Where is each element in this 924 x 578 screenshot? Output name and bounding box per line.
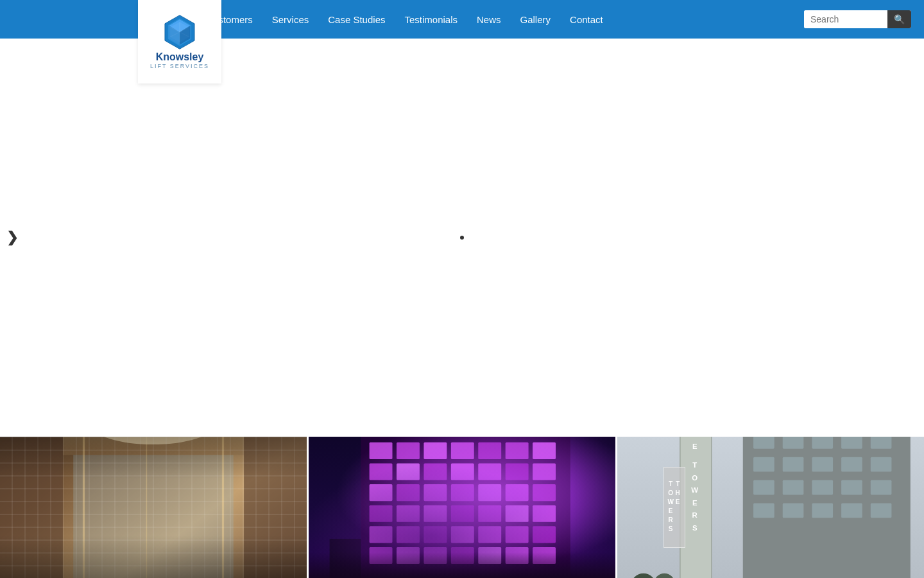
nav-case-studies[interactable]: Case Studies	[320, 10, 393, 29]
svg-rect-55	[506, 526, 529, 543]
svg-rect-59	[424, 547, 447, 564]
logo[interactable]: Knowsley LIFT SERVICES	[150, 14, 209, 69]
hero-section: ❯	[0, 39, 924, 437]
svg-rect-34	[506, 463, 529, 480]
svg-rect-68	[753, 437, 774, 449]
svg-rect-58	[397, 547, 420, 564]
svg-rect-42	[533, 484, 556, 501]
svg-rect-33	[478, 463, 501, 480]
svg-rect-26	[478, 442, 501, 459]
hero-next-arrow[interactable]: ❯	[6, 229, 18, 246]
svg-rect-45	[424, 505, 447, 522]
svg-rect-80	[812, 480, 833, 495]
svg-rect-21	[361, 437, 570, 578]
svg-rect-70	[812, 437, 833, 449]
gallery-section: T H E T O W E R S	[0, 437, 924, 578]
svg-rect-77	[871, 457, 892, 472]
svg-rect-81	[841, 480, 862, 495]
towers-building-image: T H E T O W E R S	[617, 437, 924, 578]
svg-rect-83	[753, 503, 774, 518]
main-nav: About Customers Services Case Studies Te…	[154, 10, 804, 29]
svg-rect-43	[370, 505, 393, 522]
svg-rect-72	[871, 437, 892, 449]
gallery-item-lift[interactable]	[0, 437, 307, 578]
svg-rect-12	[244, 437, 307, 578]
gallery-item-towers[interactable]: T H E T O W E R S	[615, 437, 924, 578]
svg-rect-61	[478, 547, 501, 564]
svg-rect-23	[397, 442, 420, 459]
svg-rect-24	[424, 442, 447, 459]
svg-rect-44	[397, 505, 420, 522]
svg-rect-52	[424, 526, 447, 543]
svg-rect-30	[397, 463, 420, 480]
svg-rect-71	[841, 437, 862, 449]
svg-rect-22	[370, 442, 393, 459]
logo-company-name: Knowsley	[156, 51, 204, 63]
nav-services[interactable]: Services	[264, 10, 317, 29]
nav-gallery[interactable]: Gallery	[513, 10, 559, 29]
search-input[interactable]	[804, 10, 887, 28]
svg-rect-10	[63, 437, 244, 455]
svg-rect-27	[506, 442, 529, 459]
svg-rect-32	[451, 463, 474, 480]
svg-rect-37	[397, 484, 420, 501]
svg-text:H: H	[692, 437, 700, 437]
svg-rect-78	[753, 480, 774, 495]
svg-rect-53	[451, 526, 474, 543]
svg-text:S: S	[692, 524, 699, 532]
svg-rect-84	[783, 503, 804, 518]
illuminated-building-image	[309, 437, 615, 578]
header: Knowsley LIFT SERVICES About Customers S…	[0, 0, 924, 39]
svg-rect-75	[812, 457, 833, 472]
svg-rect-60	[451, 547, 474, 564]
svg-rect-86	[841, 503, 862, 518]
svg-rect-65	[330, 539, 361, 578]
svg-rect-87	[871, 503, 892, 518]
svg-rect-73	[753, 457, 774, 472]
svg-rect-36	[370, 484, 393, 501]
svg-rect-28	[533, 442, 556, 459]
svg-point-17	[90, 437, 216, 444]
svg-text:W: W	[691, 486, 700, 494]
svg-rect-13	[73, 455, 234, 578]
svg-rect-51	[397, 526, 420, 543]
svg-rect-82	[871, 480, 892, 495]
svg-rect-63	[533, 547, 556, 564]
logo-company-sub: LIFT SERVICES	[150, 63, 209, 69]
nav-testimonials[interactable]: Testimonials	[397, 10, 465, 29]
svg-text:R: R	[692, 511, 700, 519]
svg-rect-62	[506, 547, 529, 564]
svg-text:O: O	[692, 474, 699, 482]
svg-rect-57	[370, 547, 393, 564]
search-bar: 🔍	[804, 10, 911, 28]
svg-rect-9	[0, 437, 307, 578]
svg-rect-48	[506, 505, 529, 522]
svg-rect-25	[451, 442, 474, 459]
svg-rect-31	[424, 463, 447, 480]
svg-rect-74	[783, 457, 804, 472]
nav-contact[interactable]: Contact	[562, 10, 611, 29]
svg-rect-50	[370, 526, 393, 543]
logo-icon	[164, 14, 196, 50]
svg-text:E: E	[692, 442, 699, 450]
svg-text:T: T	[692, 461, 699, 469]
svg-rect-40	[478, 484, 501, 501]
search-icon: 🔍	[894, 14, 905, 24]
svg-rect-54	[478, 526, 501, 543]
gallery-item-building[interactable]	[307, 437, 615, 578]
svg-rect-76	[841, 457, 862, 472]
svg-rect-49	[533, 505, 556, 522]
svg-rect-85	[812, 503, 833, 518]
svg-rect-38	[424, 484, 447, 501]
svg-rect-35	[533, 463, 556, 480]
search-button[interactable]: 🔍	[887, 10, 911, 28]
svg-rect-29	[370, 463, 393, 480]
svg-rect-79	[783, 480, 804, 495]
svg-rect-88	[680, 437, 712, 578]
svg-rect-56	[533, 526, 556, 543]
lift-interior-image	[0, 437, 307, 578]
svg-rect-41	[506, 484, 529, 501]
svg-rect-47	[478, 505, 501, 522]
logo-area: Knowsley LIFT SERVICES	[138, 0, 221, 83]
nav-news[interactable]: News	[469, 10, 509, 29]
